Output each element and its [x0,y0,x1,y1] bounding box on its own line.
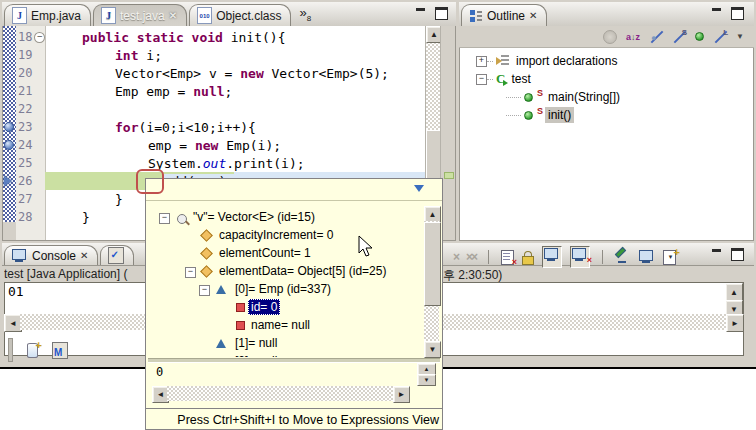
fold-minus-icon[interactable]: − [34,32,45,43]
collapse-icon[interactable]: − [476,74,487,85]
gutter-cell[interactable] [3,118,16,136]
scroll-down-icon[interactable]: ▼ [424,341,441,358]
code-line-22[interactable]: 22 [3,100,426,118]
code-line-20[interactable]: 20Vector<Emp> v = new Vector<Emp>(5); [3,64,426,82]
outline-minmax [711,7,744,18]
scroll-right-icon[interactable]: ► [726,314,744,332]
scroll-down-icon[interactable]: ▼ [417,374,436,386]
minimize-icon[interactable] [711,7,724,18]
clear-console-icon[interactable]: × [501,250,514,265]
method-static-icon [524,93,533,102]
gutter-cell[interactable] [3,64,16,82]
show-console-on-output-icon[interactable]: × [570,246,590,268]
tab-emp-java[interactable]: JEmp.java [4,4,91,26]
code-segment: init(){ [223,30,286,45]
minimize-icon[interactable] [711,248,724,259]
variable-tree[interactable]: −"v"= Vector<E> (id=15)capacityIncrement… [146,201,442,357]
tab-test-java[interactable]: Jtest.java✕ [93,4,187,26]
code-segment: for [115,120,138,135]
maximize-icon[interactable] [731,7,744,18]
code-text[interactable]: emp = new Emp(i); [45,136,426,154]
detail-hscrollbar[interactable]: ◄ ► [152,386,410,402]
breakpoint-icon[interactable] [4,122,14,132]
minimize-icon[interactable] [415,7,428,18]
hide-nonpublic-icon[interactable] [695,32,704,41]
tab-tasks[interactable]: ✓ [100,245,134,265]
outline-tree[interactable]: +import declarations−CtestSmain(String[]… [459,48,754,241]
detail-pane[interactable]: 0 ▲ ▼ ◄ ► [148,362,440,405]
hide-local-types-icon[interactable]: L [713,30,727,44]
view-menu-icon[interactable]: ▼ [736,32,744,41]
hide-static-icon[interactable]: S [672,30,686,44]
remove-launches-icon[interactable]: ×× [466,250,476,264]
collapse-icon[interactable]: − [159,213,170,224]
code-text[interactable]: System.out.print(i); [45,154,426,172]
code-line-18[interactable]: 18−public static void init(){ [3,28,426,46]
gutter-cell[interactable] [3,82,16,100]
tab-console[interactable]: Console ✕ [4,245,98,265]
outline-item-main-string-[interactable]: Smain(String[]) [506,88,623,106]
code-text[interactable]: public static void init(){ [45,28,426,46]
tasks-view-icon: ✓ [108,247,124,264]
gutter-cell[interactable] [3,154,16,172]
code-line-24[interactable]: 24emp = new Emp(i); [3,136,426,154]
maximize-icon[interactable] [731,248,744,259]
gutter-cell[interactable] [3,136,16,154]
line-number-text: 20 [18,66,32,80]
close-icon[interactable]: ✕ [529,10,537,21]
code-text[interactable]: for(i=0;i<10;i++){ [45,118,426,136]
outline-tabbar: Outline ✕ [459,2,754,27]
gutter-cell[interactable] [3,208,16,226]
scroll-right-icon[interactable]: ► [393,386,410,403]
outline-item-test[interactable]: −Ctest [476,70,534,88]
popup-vscrollbar[interactable]: ▲ ▼ [424,206,440,356]
breakpoint-icon[interactable] [4,140,14,150]
instruction-pointer-icon[interactable] [4,176,17,186]
code-text[interactable]: Vector<Emp> v = new Vector<Emp>(5); [45,64,426,82]
gutter-cell[interactable] [3,190,16,208]
gutter-cell[interactable] [3,28,16,46]
terminate-icon[interactable]: × [453,250,458,264]
tab-object-class[interactable]: 010Object.class [189,4,291,26]
fastview-handle[interactable] [8,338,13,362]
popup-menu-icon[interactable] [414,185,424,197]
maximize-icon[interactable] [435,7,448,18]
pin-console-icon[interactable] [542,246,562,268]
tab-label: Object.class [216,9,281,23]
tab-label: test.java [120,9,165,23]
scrollbar-thumb[interactable] [424,222,441,306]
code-line-25[interactable]: 25System.out.print(i); [3,154,426,172]
outline-item-import-declarations[interactable]: +import declarations [476,52,620,70]
gutter-cell[interactable] [3,172,16,190]
code-text[interactable] [45,100,426,118]
gutter-cell[interactable] [3,100,16,118]
close-icon[interactable]: ✕ [80,250,88,261]
open-console-icon[interactable]: +▾ [663,250,676,265]
code-line-23[interactable]: 23for(i=0;i<10;i++){ [3,118,426,136]
team-synchronize-icon[interactable]: M [52,342,68,359]
more-editors-chevron[interactable]: »8 [299,5,311,23]
sort-icon[interactable]: a↓z [626,32,640,42]
code-line-19[interactable]: 19int i; [3,46,426,64]
mouse-cursor [358,235,374,259]
outline-item-init-[interactable]: Sinit() [506,106,574,124]
close-icon[interactable]: ✕ [169,10,177,21]
gutter-cell[interactable] [3,46,16,64]
current-line-mark[interactable] [444,172,454,179]
code-line-21[interactable]: 21Emp emp = null; [3,82,426,100]
scrollbar-track[interactable] [167,386,395,401]
scroll-lock-icon[interactable] [522,251,534,264]
tab-outline[interactable]: Outline ✕ [461,4,547,26]
collapse-icon[interactable]: − [199,285,210,296]
variable-label: name= null [248,317,313,333]
code-text[interactable]: Emp emp = null; [45,82,426,100]
collapse-icon[interactable]: − [185,267,196,278]
code-text[interactable]: int i; [45,46,426,64]
focus-icon[interactable] [603,30,617,44]
expand-icon[interactable]: + [476,56,487,67]
open-console-edit-icon[interactable] [615,250,631,264]
field-diamond-icon [200,265,213,278]
new-fastview-icon[interactable]: + [27,343,38,358]
display-console-icon[interactable]: ▾ [639,250,655,264]
hide-fields-icon[interactable]: ● [649,30,663,44]
